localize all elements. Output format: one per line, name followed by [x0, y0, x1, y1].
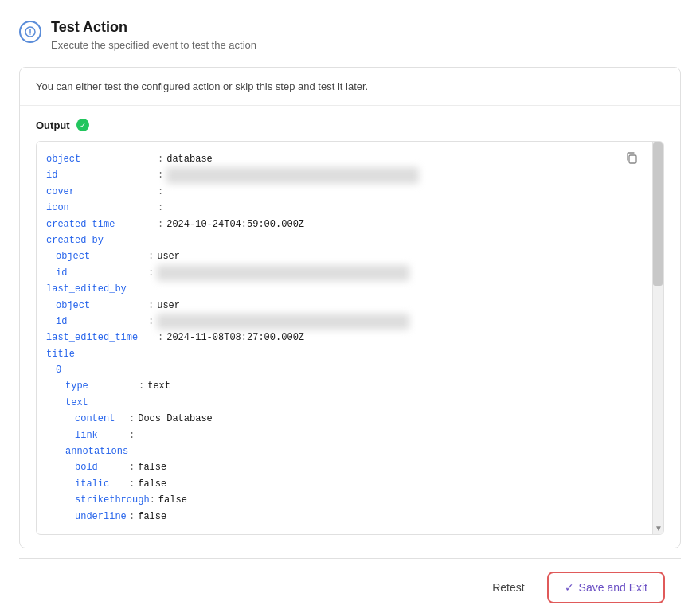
- output-key: id: [46, 167, 158, 183]
- table-row: underline : false: [46, 509, 639, 525]
- table-row: annotations: [46, 443, 639, 459]
- output-colon: :: [129, 459, 135, 475]
- output-key: italic: [46, 476, 129, 492]
- table-row: object : database: [46, 151, 639, 167]
- table-row: italic : false: [46, 476, 639, 492]
- output-key: created_by: [46, 232, 158, 248]
- output-value: Docs Database: [138, 411, 213, 427]
- table-row: cover :: [46, 184, 639, 200]
- table-row: created_time : 2024-10-24T04:59:00.000Z: [46, 217, 639, 232]
- step-icon: [19, 21, 41, 43]
- save-exit-label: Save and Exit: [579, 581, 647, 594]
- output-key: icon: [46, 200, 158, 216]
- table-row: content : Docs Database: [46, 411, 639, 427]
- table-row: bold : false: [46, 459, 639, 475]
- output-key: 0: [46, 362, 148, 378]
- output-colon: :: [148, 265, 154, 281]
- retest-button[interactable]: Retest: [479, 575, 537, 600]
- output-key: last_edited_time: [46, 330, 158, 345]
- output-value: 2024-10-24T04:59:00.000Z: [166, 217, 304, 232]
- output-key: text: [46, 395, 139, 411]
- output-colon: :: [148, 314, 154, 330]
- table-row: object : user: [46, 298, 639, 314]
- output-key: bold: [46, 459, 129, 475]
- success-icon: ✓: [76, 119, 89, 131]
- output-colon: :: [158, 217, 163, 232]
- output-key: object: [46, 248, 148, 264]
- output-colon: :: [129, 411, 135, 427]
- copy-button[interactable]: [622, 148, 641, 170]
- scroll-down-arrow[interactable]: ▼: [653, 524, 664, 533]
- output-colon: :: [158, 151, 163, 167]
- output-key: last_edited_by: [46, 281, 158, 297]
- save-exit-button[interactable]: ✓ Save and Exit: [547, 572, 665, 603]
- table-row: title: [46, 346, 639, 362]
- output-value: false: [138, 509, 166, 525]
- output-key: id: [46, 314, 148, 330]
- table-row: type : text: [46, 378, 639, 394]
- table-row: text: [46, 395, 639, 411]
- output-colon: :: [158, 167, 163, 183]
- page-subtitle: Execute the specified event to test the …: [51, 39, 256, 51]
- output-value: false: [138, 459, 166, 475]
- output-value: xxxxxxxxxxxxxxxxxxxxxxxxxxxxxxxxxxxxxxxx…: [157, 265, 409, 281]
- output-value: xxxxxxxxxxxxxxxxxxxxxxxxxxxxxxxxxxxxxxxx…: [166, 167, 419, 183]
- output-key: annotations: [46, 443, 139, 459]
- table-row: link :: [46, 427, 639, 443]
- header-text: Test Action Execute the specified event …: [51, 19, 256, 51]
- output-colon: :: [129, 509, 135, 525]
- scrollbar-thumb[interactable]: [653, 142, 663, 286]
- page-title: Test Action: [51, 19, 256, 36]
- output-key: link: [46, 427, 129, 443]
- page-container: Test Action Execute the specified event …: [0, 0, 700, 605]
- output-colon: :: [148, 298, 154, 314]
- scrollbar-track[interactable]: ▲ ▼: [652, 142, 663, 534]
- output-value: user: [157, 248, 180, 264]
- output-colon: :: [129, 427, 135, 443]
- output-value: database: [166, 151, 213, 167]
- table-row: created_by: [46, 232, 639, 248]
- table-row: id : xxxxxxxxxxxxxxxxxxxxxxxxxxxxxxxxxxx…: [46, 314, 639, 330]
- table-row: object : user: [46, 248, 639, 264]
- card-info: You can either test the configured actio…: [20, 68, 680, 106]
- output-key: type: [46, 378, 139, 394]
- output-key: strikethrough: [46, 492, 150, 508]
- footer-section: Retest ✓ Save and Exit: [19, 558, 681, 605]
- output-header: Output ✓: [36, 119, 664, 131]
- output-key: content: [46, 411, 129, 427]
- output-key: object: [46, 298, 148, 314]
- output-colon: :: [150, 492, 155, 508]
- output-key: cover: [46, 184, 158, 200]
- output-colon: :: [129, 476, 135, 492]
- checkmark-icon: ✓: [565, 581, 574, 594]
- output-colon: :: [158, 184, 163, 200]
- svg-point-2: [29, 33, 31, 35]
- output-value: 2024-11-08T08:27:00.000Z: [166, 330, 304, 345]
- table-row: id : xxxxxxxxxxxxxxxxxxxxxxxxxxxxxxxxxxx…: [46, 167, 639, 183]
- output-key: object: [46, 151, 158, 167]
- table-row: last_edited_time : 2024-11-08T08:27:00.0…: [46, 330, 639, 345]
- table-row: last_edited_by: [46, 281, 639, 297]
- output-value: false: [158, 492, 187, 508]
- table-row: 0: [46, 362, 639, 378]
- output-label: Output: [36, 119, 70, 131]
- output-key: id: [46, 265, 148, 281]
- main-card: You can either test the configured actio…: [19, 67, 681, 548]
- output-key: created_time: [46, 217, 158, 232]
- output-colon: :: [139, 378, 144, 394]
- output-colon: :: [148, 248, 154, 264]
- output-content: object : databaseid : xxxxxxxxxxxxxxxxxx…: [37, 142, 663, 534]
- table-row: strikethrough : false: [46, 492, 639, 508]
- output-key: underline: [46, 509, 129, 525]
- output-value: text: [147, 378, 170, 394]
- output-value: user: [157, 298, 180, 314]
- output-colon: :: [158, 200, 163, 216]
- output-value: xxxxxxxxxxxxxxxxxxxxxxxxxxxxxxxxxxxxxxxx…: [157, 314, 409, 330]
- output-box: ▲ ▼ object : databaseid : xxxxxxxxxxxxxx…: [36, 141, 664, 535]
- output-value: false: [138, 476, 166, 492]
- svg-rect-3: [629, 155, 636, 163]
- table-row: id : xxxxxxxxxxxxxxxxxxxxxxxxxxxxxxxxxxx…: [46, 265, 639, 281]
- output-section: Output ✓ ▲ ▼ object : databaseid: [20, 106, 680, 548]
- output-colon: :: [158, 330, 163, 345]
- table-row: icon :: [46, 200, 639, 216]
